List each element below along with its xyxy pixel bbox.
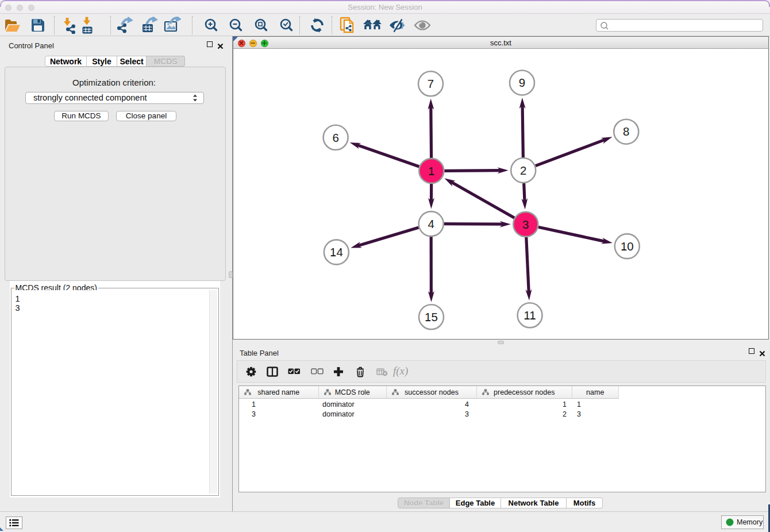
svg-text:4: 4 (428, 217, 434, 230)
svg-text:14: 14 (330, 245, 343, 259)
svg-text:2: 2 (520, 164, 526, 177)
svg-text:9: 9 (519, 76, 525, 89)
svg-text:11: 11 (523, 309, 536, 322)
svg-text:15: 15 (425, 310, 438, 323)
svg-text:3: 3 (522, 218, 529, 231)
svg-text:1: 1 (428, 164, 434, 178)
svg-text:10: 10 (621, 240, 634, 253)
svg-text:8: 8 (623, 125, 629, 138)
svg-text:6: 6 (332, 131, 338, 144)
svg-text:7: 7 (428, 77, 434, 90)
